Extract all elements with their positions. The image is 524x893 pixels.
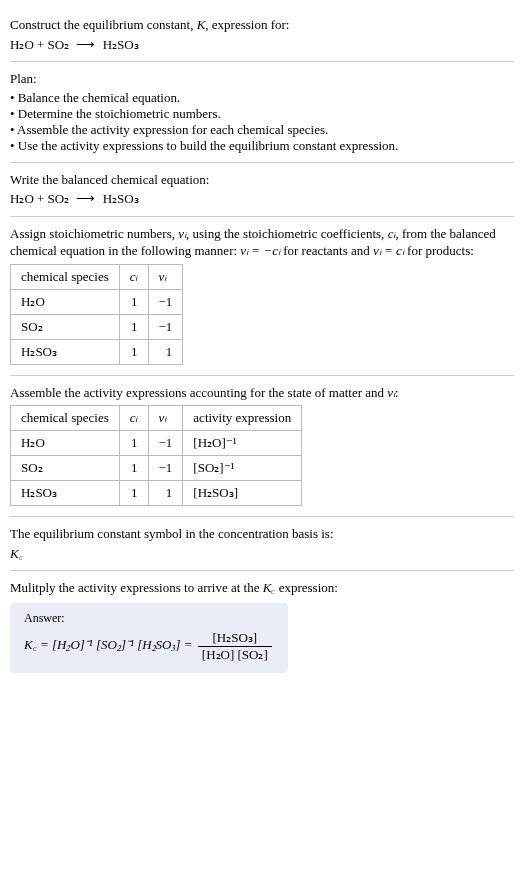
col-nu: νᵢ bbox=[148, 264, 183, 289]
section-activity: Assemble the activity expressions accoun… bbox=[10, 376, 514, 518]
cell-species: H₂SO₃ bbox=[11, 339, 120, 364]
section-multiply: Mulitply the activity expressions to arr… bbox=[10, 571, 514, 679]
cell-species: SO₂ bbox=[11, 456, 120, 481]
cell-activity: [H₂O]⁻¹ bbox=[183, 431, 302, 456]
col-species: chemical species bbox=[11, 264, 120, 289]
table-row: SO₂ 1 −1 [SO₂]⁻¹ bbox=[11, 456, 302, 481]
section-plan: Plan: • Balance the chemical equation. •… bbox=[10, 62, 514, 163]
table-header-row: chemical species cᵢ νᵢ activity expressi… bbox=[11, 406, 302, 431]
cell-ci: 1 bbox=[119, 314, 148, 339]
kc-symbol-intro: The equilibrium constant symbol in the c… bbox=[10, 525, 514, 543]
cell-nu: 1 bbox=[148, 481, 183, 506]
section-stoich: Assign stoichiometric numbers, νᵢ, using… bbox=[10, 217, 514, 376]
kc-fraction: [H₂SO₃] [H₂O] [SO₂] bbox=[198, 630, 272, 663]
eq-lhs: H₂O + SO₂ bbox=[10, 37, 69, 52]
table-row: H₂SO₃ 1 1 [H₂SO₃] bbox=[11, 481, 302, 506]
answer-expression: K꜀ = [H₂O]⁻¹ [SO₂]⁻¹ [H₂SO₃] = [H₂SO₃] [… bbox=[24, 630, 274, 663]
text: for reactants and bbox=[280, 243, 373, 258]
fraction-denominator: [H₂O] [SO₂] bbox=[198, 647, 272, 663]
text: for products: bbox=[404, 243, 474, 258]
cell-species: H₂O bbox=[11, 289, 120, 314]
text: , expression for: bbox=[205, 17, 289, 32]
stoich-text: Assign stoichiometric numbers, νᵢ, using… bbox=[10, 225, 514, 260]
cell-nu: −1 bbox=[148, 289, 183, 314]
cell-nu: −1 bbox=[148, 456, 183, 481]
cell-species: H₂SO₃ bbox=[11, 481, 120, 506]
balanced-equation: H₂O + SO₂ ⟶ H₂SO₃ bbox=[10, 190, 514, 208]
multiply-intro: Mulitply the activity expressions to arr… bbox=[10, 579, 514, 597]
construct-line: Construct the equilibrium constant, K, e… bbox=[10, 16, 514, 34]
activity-intro: Assemble the activity expressions accoun… bbox=[10, 384, 514, 402]
cell-activity: [H₂SO₃] bbox=[183, 481, 302, 506]
table-row: H₂O 1 −1 [H₂O]⁻¹ bbox=[11, 431, 302, 456]
section-balanced: Write the balanced chemical equation: H₂… bbox=[10, 163, 514, 217]
table-row: SO₂ 1 −1 bbox=[11, 314, 183, 339]
unbalanced-equation: H₂O + SO₂ ⟶ H₂SO₃ bbox=[10, 36, 514, 54]
cell-ci: 1 bbox=[119, 481, 148, 506]
plan-item: • Use the activity expressions to build … bbox=[10, 138, 514, 154]
section-kc-symbol: The equilibrium constant symbol in the c… bbox=[10, 517, 514, 571]
arrow-icon: ⟶ bbox=[72, 190, 99, 208]
activity-table: chemical species cᵢ νᵢ activity expressi… bbox=[10, 405, 302, 506]
cell-nu: −1 bbox=[148, 314, 183, 339]
symbol-nu: νᵢ bbox=[178, 226, 186, 241]
kc-symbol: K꜀ bbox=[10, 545, 514, 563]
balanced-heading: Write the balanced chemical equation: bbox=[10, 171, 514, 189]
table-row: H₂SO₃ 1 1 bbox=[11, 339, 183, 364]
cell-species: SO₂ bbox=[11, 314, 120, 339]
cell-activity: [SO₂]⁻¹ bbox=[183, 456, 302, 481]
relation-products: νᵢ = cᵢ bbox=[373, 243, 404, 258]
cell-ci: 1 bbox=[119, 431, 148, 456]
text: , using the stoichiometric coefficients, bbox=[186, 226, 388, 241]
cell-ci: 1 bbox=[119, 339, 148, 364]
plan-heading: Plan: bbox=[10, 70, 514, 88]
table-header-row: chemical species cᵢ νᵢ bbox=[11, 264, 183, 289]
col-ci: cᵢ bbox=[119, 264, 148, 289]
cell-nu: 1 bbox=[148, 339, 183, 364]
relation-reactants: νᵢ = −cᵢ bbox=[240, 243, 280, 258]
plan-item: • Determine the stoichiometric numbers. bbox=[10, 106, 514, 122]
cell-ci: 1 bbox=[119, 456, 148, 481]
answer-box: Answer: K꜀ = [H₂O]⁻¹ [SO₂]⁻¹ [H₂SO₃] = [… bbox=[10, 603, 288, 673]
answer-label: Answer: bbox=[24, 611, 274, 626]
symbol-kc: K꜀ bbox=[263, 580, 276, 595]
text: : bbox=[395, 385, 399, 400]
text: expression: bbox=[275, 580, 337, 595]
eq-rhs: H₂SO₃ bbox=[103, 37, 139, 52]
arrow-icon: ⟶ bbox=[72, 36, 99, 54]
text: Mulitply the activity expressions to arr… bbox=[10, 580, 263, 595]
text: Assign stoichiometric numbers, bbox=[10, 226, 178, 241]
cell-species: H₂O bbox=[11, 431, 120, 456]
col-species: chemical species bbox=[11, 406, 120, 431]
kc-expression-lhs: K꜀ = [H₂O]⁻¹ [SO₂]⁻¹ [H₂SO₃] = bbox=[24, 638, 196, 653]
col-ci: cᵢ bbox=[119, 406, 148, 431]
plan-item: • Assemble the activity expression for e… bbox=[10, 122, 514, 138]
symbol-nu: νᵢ bbox=[387, 385, 395, 400]
cell-nu: −1 bbox=[148, 431, 183, 456]
plan-list: • Balance the chemical equation. • Deter… bbox=[10, 90, 514, 154]
text: Assemble the activity expressions accoun… bbox=[10, 385, 387, 400]
eq-lhs: H₂O + SO₂ bbox=[10, 191, 69, 206]
plan-item: • Balance the chemical equation. bbox=[10, 90, 514, 106]
fraction-numerator: [H₂SO₃] bbox=[198, 630, 272, 647]
text: Construct the equilibrium constant, bbox=[10, 17, 197, 32]
col-activity: activity expression bbox=[183, 406, 302, 431]
stoich-table: chemical species cᵢ νᵢ H₂O 1 −1 SO₂ 1 −1… bbox=[10, 264, 183, 365]
cell-ci: 1 bbox=[119, 289, 148, 314]
section-construct: Construct the equilibrium constant, K, e… bbox=[10, 8, 514, 62]
eq-rhs: H₂SO₃ bbox=[103, 191, 139, 206]
table-row: H₂O 1 −1 bbox=[11, 289, 183, 314]
col-nu: νᵢ bbox=[148, 406, 183, 431]
